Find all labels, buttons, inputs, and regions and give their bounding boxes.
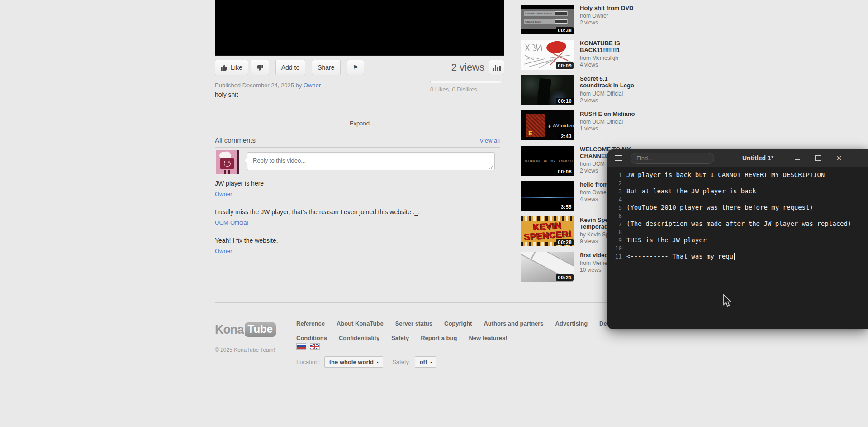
safety-selector[interactable]: off ▪ (415, 356, 437, 368)
expand-button[interactable]: Expand (343, 119, 376, 128)
video-title[interactable]: KONATUBE IS BACK11!!!!!!!1 (580, 40, 640, 53)
video-duration-badge: 00:10 (556, 98, 574, 104)
editor-line: 1JW player is back but I CANNOT REVERT M… (611, 171, 868, 179)
video-title[interactable]: Holy shit from DVD (580, 5, 640, 11)
comment-text: JW player is here (215, 180, 500, 187)
code-text: THIS is the JW player (626, 236, 707, 244)
video-thumbnail[interactable]: 00:21 (521, 252, 574, 282)
user-avatar[interactable] (216, 150, 239, 174)
bar-chart-icon (493, 64, 501, 71)
footer-link[interactable]: Report a bug (421, 335, 457, 341)
video-duration-badge: 00:09 (556, 62, 574, 69)
window-controls: × (794, 154, 868, 162)
location-selector[interactable]: the whole world ▪ (324, 356, 383, 368)
video-meta: Secret 5.1 soundtrack in Lego Batman: Th… (580, 75, 640, 105)
hamburger-menu-icon[interactable] (615, 154, 622, 162)
video-title[interactable]: Secret 5.1 soundtrack in Lego Batman: Th… (580, 75, 640, 89)
comment: JW player is here Owner (215, 180, 500, 198)
video-thumbnail[interactable]: welcome to my channel 00:08 (521, 146, 574, 176)
footer-link[interactable]: About KonaTube (337, 320, 384, 327)
footer-link[interactable]: Confidentiality (339, 335, 379, 341)
avatar-face (220, 158, 234, 169)
line-number: 6 (611, 212, 626, 219)
related-video-item[interactable]: 00:09 KONATUBE IS BACK11!!!!!!!1 from Me… (521, 40, 640, 70)
footer-link[interactable]: Advertising (555, 320, 588, 327)
video-thumbnail[interactable]: 00:09 (521, 40, 574, 70)
document-title: Untitled 1* (742, 154, 773, 162)
flag-icon: ⚑ (353, 64, 359, 71)
editor-line: 11<---------- That was my requ (611, 252, 868, 260)
video-thumbnail[interactable]: 3:55 (521, 181, 574, 211)
logo-kona-text: Kona (215, 323, 244, 337)
video-player[interactable] (215, 0, 504, 56)
add-to-label: Add to (281, 64, 299, 71)
like-ratio-bar (430, 81, 501, 83)
video-channel[interactable]: from UCM-Official (580, 91, 640, 97)
video-duration-badge: 3:55 (559, 204, 574, 210)
close-button[interactable]: × (835, 154, 843, 162)
dropdown-indicator-icon: ▪ (430, 360, 432, 365)
related-video-item[interactable]: Floodfill Timeout (sec)Ground Level 00:3… (521, 5, 640, 34)
russian-flag-icon[interactable] (296, 343, 306, 350)
maximize-button[interactable] (815, 154, 822, 162)
line-number: 9 (611, 237, 626, 244)
minimize-button[interactable] (794, 154, 801, 162)
add-to-button[interactable]: Add to (275, 60, 305, 75)
footer-link[interactable]: New features! (469, 335, 507, 341)
video-channel[interactable]: from Memeslkjh (580, 55, 640, 62)
footer-link[interactable]: Server status (395, 320, 432, 327)
resize-grip[interactable] (489, 165, 493, 169)
editor-line: 9THIS is the JW player (611, 236, 868, 244)
uk-flag-icon[interactable] (310, 343, 320, 350)
related-video-item[interactable]: 00:10 Secret 5.1 soundtrack in Lego Batm… (521, 75, 640, 105)
video-duration-badge: 00:38 (556, 27, 574, 34)
flag-button[interactable]: ⚑ (347, 60, 365, 75)
publisher-link[interactable]: Owner (304, 82, 321, 89)
find-box[interactable] (631, 153, 714, 164)
line-number: 8 (611, 229, 626, 235)
video-channel[interactable]: from UCM-Official (580, 119, 640, 125)
editor-line: 3But at least the JW player is back (611, 187, 868, 195)
editor-header-bar[interactable]: Untitled 1* × (607, 149, 868, 167)
language-flags (296, 343, 320, 350)
find-input[interactable] (631, 155, 714, 162)
code-text: But at least the JW player is back (626, 187, 756, 195)
like-label: Like (231, 64, 242, 71)
comment-author-link[interactable]: Owner (215, 248, 232, 254)
comment-author-link[interactable]: UCM-Official (215, 219, 248, 226)
like-button[interactable]: Like (215, 60, 248, 75)
footer-link[interactable]: Authors and partners (484, 320, 543, 327)
konatube-logo[interactable]: Kona Tube (215, 322, 276, 337)
editor-text-area[interactable]: 1JW player is back but I CANNOT REVERT M… (607, 167, 868, 260)
video-thumbnail[interactable]: KEVINSPENCER! 00:28 (521, 216, 574, 246)
line-number: 1 (611, 172, 626, 178)
video-thumbnail[interactable]: 00:10 (521, 75, 574, 105)
dislike-button[interactable] (251, 60, 269, 75)
video-duration-badge: 00:08 (556, 168, 574, 175)
video-title[interactable]: RUSH E on Midiano (580, 110, 640, 117)
view-all-link[interactable]: View all (479, 137, 500, 144)
code-text: (The description was made after the JW p… (626, 220, 851, 227)
video-channel[interactable]: from Owner (580, 13, 640, 19)
footer-link[interactable]: Safety (391, 335, 409, 341)
safety-label: Safety: (392, 359, 410, 365)
konatube-video-page: Like Add to Share ⚑ 2 views 0 Likes, 0 D… (0, 0, 868, 427)
share-button[interactable]: Share (312, 60, 340, 75)
video-description: holy shit (215, 91, 238, 98)
editor-line: 4 (611, 195, 868, 203)
related-video-item[interactable]: E+AVmidiano 2:43 RUSH E on Midiano from … (521, 110, 640, 140)
mouse-cursor (723, 294, 734, 310)
footer-link[interactable]: Conditions (296, 335, 327, 341)
statistics-button[interactable] (489, 60, 504, 75)
footer-link[interactable]: Reference (296, 320, 325, 327)
comments-header: All comments View all (215, 136, 500, 148)
comment-author-link[interactable]: Owner (215, 191, 232, 197)
copyright-text: © 2025 KonaTube Team! (215, 347, 275, 353)
reply-box (247, 152, 495, 170)
code-text: JW player is back but I CANNOT REVERT MY… (626, 171, 825, 178)
reply-input[interactable] (247, 152, 495, 170)
video-thumbnail[interactable]: Floodfill Timeout (sec)Ground Level 00:3… (521, 5, 574, 34)
video-thumbnail[interactable]: E+AVmidiano 2:43 (521, 110, 574, 140)
location-label: Location: (296, 359, 320, 365)
footer-link[interactable]: Copyright (444, 320, 472, 327)
